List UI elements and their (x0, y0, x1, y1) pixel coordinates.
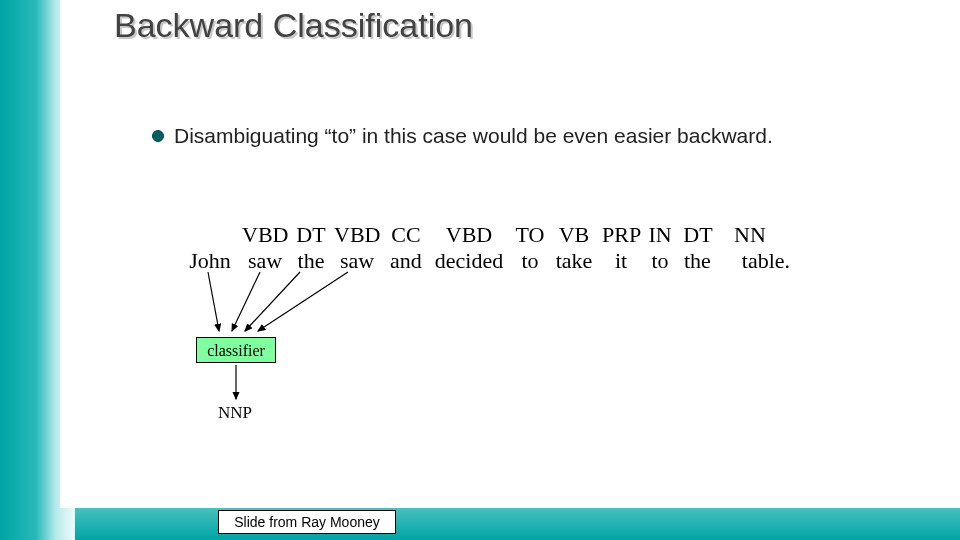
slide-title: Backward Classification (114, 6, 473, 45)
pos-cell: VBD (430, 222, 508, 248)
pos-cell: NN (722, 222, 778, 248)
bullet-item: Disambiguating “to” in this case would b… (152, 124, 773, 148)
pos-cell: DT (678, 222, 718, 248)
pos-cell: VBD (332, 222, 382, 248)
pos-cell: DT (294, 222, 328, 248)
word-cell: the (678, 248, 734, 274)
pos-cell: TO (512, 222, 548, 248)
output-tag: NNP (218, 403, 252, 423)
word-cell: the (294, 248, 328, 274)
pos-cell: VB (552, 222, 596, 248)
pos-row: VBD DT VBD CC VBD TO VB PRP IN DT NN (184, 222, 794, 248)
pos-cell: PRP (600, 222, 642, 248)
word-cell: to (512, 248, 548, 274)
word-cell: decided (430, 248, 508, 274)
classifier-box: classifier (196, 337, 276, 363)
word-cell: it (600, 248, 642, 274)
word-cell: saw (332, 248, 382, 274)
word-cell: take (552, 248, 596, 274)
word-cell: table. (738, 248, 794, 274)
word-cell: to (646, 248, 674, 274)
pos-cell: VBD (240, 222, 290, 248)
footer-credit: Slide from Ray Mooney (218, 510, 396, 534)
pos-cell: IN (646, 222, 674, 248)
word-cell: saw (240, 248, 290, 274)
word-row: John saw the saw and decided to take it … (184, 248, 794, 274)
bullet-text: Disambiguating “to” in this case would b… (174, 124, 773, 148)
sentence-diagram: VBD DT VBD CC VBD TO VB PRP IN DT NN Joh… (184, 222, 794, 274)
pos-cell: CC (386, 222, 426, 248)
word-cell: and (386, 248, 426, 274)
word-cell: John (184, 248, 236, 274)
bullet-dot-icon (152, 130, 164, 142)
